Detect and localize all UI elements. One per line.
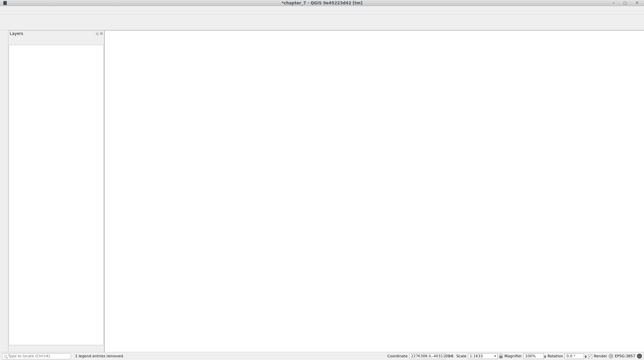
toggle-extents-icon[interactable]: ✂: [447, 353, 455, 360]
status-bar: 1 legend entries removed. Coordinate 227…: [0, 352, 644, 360]
panel-close-icon[interactable]: ☒: [100, 32, 103, 35]
spinner-arrows-icon[interactable]: ▲▼: [585, 355, 586, 358]
panel-float-icon[interactable]: ◱: [96, 32, 99, 35]
scale-value: 1:1633: [470, 354, 483, 358]
messages-icon[interactable]: …: [637, 354, 642, 359]
map-canvas[interactable]: [104, 30, 644, 352]
rotation-value: 0.0 °: [565, 353, 584, 359]
layers-panel: Layers ◱ ☒: [8, 30, 104, 352]
left-dock-strip: [0, 30, 8, 352]
crs-globe-icon[interactable]: [609, 354, 613, 358]
close-button[interactable]: ✕: [636, 1, 639, 5]
layers-panel-title: Layers: [10, 31, 23, 36]
search-icon: [4, 355, 7, 358]
render-label: Render: [594, 354, 607, 358]
toolbar-digitizing: [0, 22, 644, 30]
coordinate-input[interactable]: 2276388.0,-4031109.5: [409, 353, 446, 359]
coordinate-label: Coordinate: [387, 354, 407, 358]
menu-bar: [0, 6, 644, 14]
toolbar-main: [0, 14, 644, 22]
title-bar: *chapter_7 - QGIS 9e45223d42 [tm] – □ ✕: [0, 0, 644, 6]
status-message: 1 legend entries removed.: [75, 354, 124, 358]
locator-bar[interactable]: [2, 353, 71, 359]
maximize-button[interactable]: □: [623, 1, 626, 5]
layers-panel-toolbar: [8, 37, 104, 45]
spinner-arrows-icon[interactable]: ▲▼: [544, 355, 546, 358]
scale-label: Scale: [456, 354, 467, 358]
rotation-spinbox[interactable]: 0.0 ° ▲▼: [565, 353, 586, 359]
locate-input[interactable]: [8, 354, 69, 358]
window-title: *chapter_7 - QGIS 9e45223d42 [tm]: [0, 1, 644, 5]
crs-value[interactable]: EPSG:3857: [615, 354, 635, 358]
scale-combobox[interactable]: 1:1633 ▼: [468, 353, 498, 359]
magnifier-label: Magnifier: [504, 354, 521, 358]
rotation-label: Rotation: [547, 354, 563, 358]
minimize-button[interactable]: –: [613, 1, 615, 5]
lock-scale-icon[interactable]: [499, 356, 503, 358]
chevron-down-icon: ▼: [494, 355, 496, 358]
magnifier-value: 100%: [523, 353, 544, 359]
panel-tabs: [8, 345, 104, 352]
layer-tree: [9, 45, 104, 345]
render-checkbox[interactable]: ✓: [588, 354, 592, 358]
magnifier-spinbox[interactable]: 100% ▲▼: [523, 353, 546, 359]
